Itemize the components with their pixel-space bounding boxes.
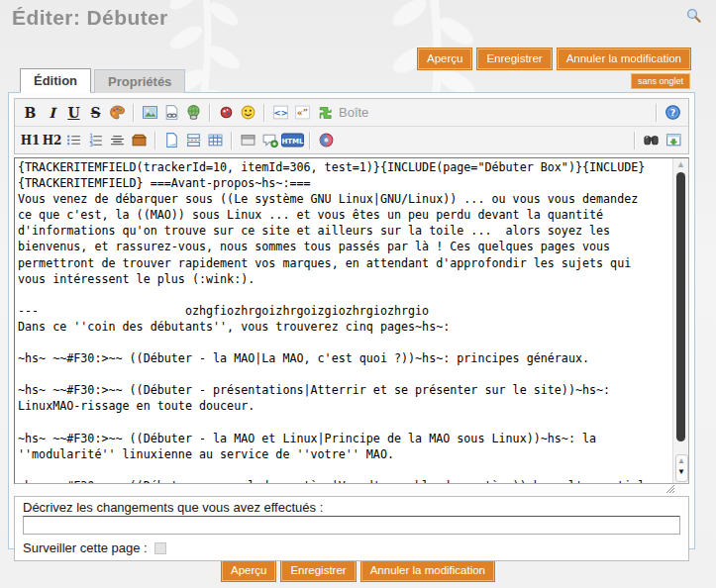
change-comment-box: Décrivez les changements que vous avez e… xyxy=(14,496,689,561)
toolbar-separator xyxy=(209,104,211,122)
toolbar-separator xyxy=(656,104,658,122)
cancel-edit-button-bottom[interactable]: Annuler la modification xyxy=(361,560,494,581)
table-icon[interactable] xyxy=(205,130,226,151)
box-icon[interactable] xyxy=(129,130,150,151)
textarea-resize-grip[interactable] xyxy=(665,484,675,493)
watch-page-row: Surveiller cette page : xyxy=(23,540,680,555)
preview-button-bottom[interactable]: Aperçu xyxy=(222,560,275,581)
help-icon[interactable]: ? xyxy=(663,102,683,124)
wiki-link-icon[interactable] xyxy=(161,102,182,124)
plugin-box-label: Boîte xyxy=(339,105,368,120)
scroll-up-arrow[interactable]: ▲ xyxy=(673,159,688,169)
italic-button[interactable]: I xyxy=(42,102,62,124)
bullet-list-icon[interactable] xyxy=(63,130,84,151)
toolbar-separator xyxy=(154,132,156,149)
quote-icon[interactable]: «” xyxy=(292,102,313,124)
svg-text:HTML: HTML xyxy=(281,138,304,146)
scroll-arrow-buttons[interactable]: ▲▼ xyxy=(675,454,688,482)
fullscreen-icon[interactable] xyxy=(663,130,683,151)
dice-icon[interactable] xyxy=(216,102,237,124)
scrollbar-thumb[interactable] xyxy=(676,172,685,441)
wiki-toolbar: B I U S xyxy=(14,98,689,154)
magnifier-icon[interactable] xyxy=(685,7,702,24)
bottom-action-buttons: Aperçu Enregistrer Annuler la modificati… xyxy=(0,560,716,581)
page-title: Éditer: Débuter xyxy=(12,6,168,30)
find-icon[interactable] xyxy=(641,130,662,151)
svg-text:<>: <> xyxy=(273,108,287,118)
toolbar-separator xyxy=(309,132,311,149)
external-link-icon[interactable] xyxy=(183,102,204,124)
tab-edition[interactable]: Édition xyxy=(20,68,91,93)
html-icon[interactable]: HTML xyxy=(281,130,304,151)
watch-page-checkbox[interactable] xyxy=(154,542,166,554)
edition-panel: B I U S xyxy=(8,92,695,549)
save-button[interactable]: Enregistrer xyxy=(477,49,551,69)
preview-button[interactable]: Aperçu xyxy=(418,49,471,69)
svg-text:?: ? xyxy=(670,107,676,118)
bold-button[interactable]: B xyxy=(20,102,41,124)
resize-grip-row xyxy=(14,484,689,493)
toolbar-separator xyxy=(634,132,636,149)
describe-changes-label: Décrivez les changements que vous avez e… xyxy=(23,500,680,515)
puzzle-icon xyxy=(318,105,334,121)
editor-scrollbar: ▲ ▲▼ xyxy=(672,158,688,483)
save-button-bottom[interactable]: Enregistrer xyxy=(281,560,355,581)
no-tabs-button[interactable]: sans onglet xyxy=(631,73,690,89)
toolbar-row-1: B I U S xyxy=(15,99,688,126)
toolbar-separator xyxy=(231,132,233,149)
cancel-edit-button[interactable]: Annuler la modification xyxy=(558,49,690,69)
palette-icon[interactable] xyxy=(107,102,128,124)
toolbar-row-2: H1 H2 123 xyxy=(15,126,688,153)
heading1-button[interactable]: H1 xyxy=(20,130,41,151)
watch-page-label: Surveiller cette page : xyxy=(23,540,148,555)
wiki-editor-textarea[interactable]: {TRACKERITEMFIELD(trackerId=10, itemId=3… xyxy=(14,157,689,484)
edit-page: Éditer: Débuter Aperçu Enregistrer Annul… xyxy=(0,0,716,588)
plugin-box-button[interactable]: Boîte xyxy=(314,105,372,121)
smiley-icon[interactable] xyxy=(238,102,258,124)
toolbar-separator xyxy=(133,104,135,122)
header: Éditer: Débuter Aperçu Enregistrer Annul… xyxy=(0,0,716,92)
page-icon[interactable] xyxy=(161,130,182,151)
strikethrough-button[interactable]: S xyxy=(85,102,106,124)
tab-properties[interactable]: Propriétés xyxy=(94,69,185,93)
change-comment-input[interactable] xyxy=(23,516,680,535)
underline-button[interactable]: U xyxy=(63,102,84,124)
panel-icon[interactable] xyxy=(238,130,258,151)
globe-icon[interactable] xyxy=(316,130,337,151)
svg-text:«”: «” xyxy=(297,107,308,118)
top-action-buttons: Aperçu Enregistrer Annuler la modificati… xyxy=(418,49,690,69)
heading2-button[interactable]: H2 xyxy=(42,130,62,151)
comment-icon[interactable] xyxy=(259,130,280,151)
editor-area: {TRACKERITEMFIELD(trackerId=10, itemId=3… xyxy=(14,157,689,484)
svg-text:3: 3 xyxy=(89,142,93,147)
numbered-list-icon[interactable]: 123 xyxy=(85,130,106,151)
toolbar-separator xyxy=(263,104,265,122)
tab-bar: Édition Propriétés xyxy=(20,68,185,93)
align-center-icon[interactable] xyxy=(107,130,128,151)
code-icon[interactable]: <> xyxy=(270,102,291,124)
image-icon[interactable] xyxy=(140,102,160,124)
page-break-icon[interactable] xyxy=(183,130,204,151)
